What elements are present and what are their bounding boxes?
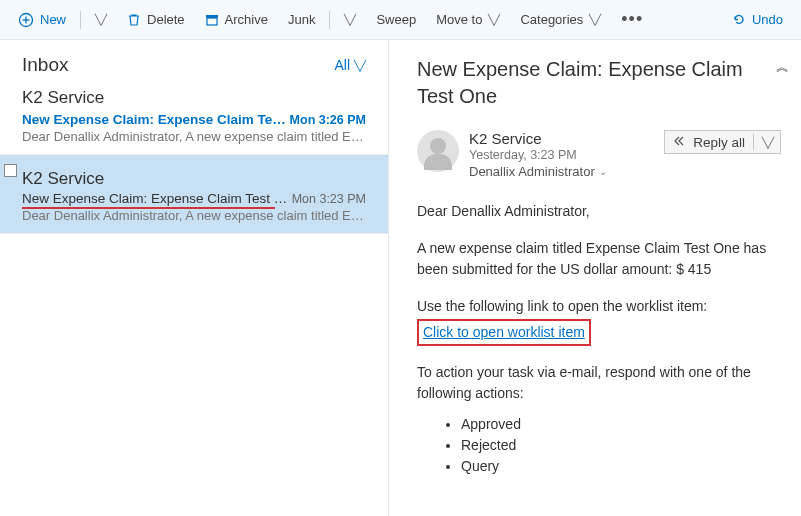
more-actions-button[interactable]: ••• bbox=[613, 5, 651, 34]
reply-all-button[interactable]: Reply all ╲╱ bbox=[664, 130, 781, 154]
delete-label: Delete bbox=[147, 12, 185, 27]
message-group: K2 Service New Expense Claim: Expense Cl… bbox=[0, 82, 388, 155]
move-to-button[interactable]: Move to ╲╱ bbox=[428, 8, 508, 31]
body-greeting: Dear Denallix Administrator, bbox=[417, 201, 781, 222]
recipient-name: Denallix Administrator bbox=[469, 164, 595, 179]
body-paragraph: To action your task via e-mail, respond … bbox=[417, 362, 781, 404]
trash-icon bbox=[127, 13, 141, 27]
undo-button[interactable]: Undo bbox=[723, 8, 791, 31]
select-checkbox[interactable] bbox=[4, 164, 17, 177]
message-preview: Dear Denallix Administrator, A new expen… bbox=[22, 129, 366, 144]
sender-name: K2 Service bbox=[469, 130, 654, 147]
sender-row: K2 Service Yesterday, 3:23 PM Denallix A… bbox=[417, 130, 781, 179]
separator bbox=[753, 134, 754, 150]
sweep-label: Sweep bbox=[376, 12, 416, 27]
plus-circle-icon bbox=[18, 12, 34, 28]
avatar bbox=[417, 130, 459, 172]
move-to-label: Move to bbox=[436, 12, 482, 27]
collapse-icon[interactable]: ︽ bbox=[776, 58, 789, 76]
toolbar: New ╲╱ Delete Archive Junk ╲╱ Sweep Move… bbox=[0, 0, 801, 40]
highlight-underline bbox=[22, 207, 275, 209]
body-paragraph: Use the following link to open the workl… bbox=[417, 296, 781, 317]
filter-label: All bbox=[334, 57, 350, 73]
action-item: Query bbox=[461, 456, 781, 477]
message-item[interactable]: New Expense Claim: Expense Claim Test Tw… bbox=[0, 108, 388, 155]
undo-icon bbox=[731, 12, 746, 27]
new-dropdown[interactable]: ╲╱ bbox=[87, 10, 115, 29]
message-preview: Dear Denallix Administrator, A new expen… bbox=[22, 208, 366, 223]
message-list-pane: Inbox All ╲╱ K2 Service New Expense Clai… bbox=[0, 40, 389, 516]
message-subject: New Expense Claim: Expense Claim Test Tw… bbox=[22, 112, 290, 127]
categories-button[interactable]: Categories ╲╱ bbox=[512, 8, 609, 31]
chevron-down-icon: ╲╱ bbox=[95, 14, 107, 25]
actions-list: Approved Rejected Query bbox=[417, 414, 781, 477]
svg-rect-4 bbox=[207, 18, 217, 25]
archive-label: Archive bbox=[225, 12, 268, 27]
reply-all-icon bbox=[673, 135, 687, 150]
sweep-button[interactable]: Sweep bbox=[368, 8, 424, 31]
ellipsis-icon: ••• bbox=[621, 9, 643, 30]
action-item: Approved bbox=[461, 414, 781, 435]
new-label: New bbox=[40, 12, 66, 27]
message-time: Mon 3:26 PM bbox=[290, 113, 366, 127]
message-time: Mon 3:23 PM bbox=[292, 192, 366, 206]
folder-title: Inbox bbox=[22, 54, 68, 76]
new-button[interactable]: New bbox=[10, 8, 74, 32]
body-paragraph: A new expense claim titled Expense Claim… bbox=[417, 238, 781, 280]
archive-button[interactable]: Archive bbox=[197, 8, 276, 31]
message-group: K2 Service New Expense Claim: Expense Cl… bbox=[0, 155, 388, 234]
categories-label: Categories bbox=[520, 12, 583, 27]
sender-meta: K2 Service Yesterday, 3:23 PM Denallix A… bbox=[469, 130, 654, 179]
message-subject: New Expense Claim: Expense Claim Test On… bbox=[22, 191, 292, 206]
chevron-down-icon[interactable]: ╲╱ bbox=[762, 137, 774, 148]
sent-date: Yesterday, 3:23 PM bbox=[469, 148, 654, 162]
chevron-down-icon: ╲╱ bbox=[589, 14, 601, 25]
filter-dropdown[interactable]: All ╲╱ bbox=[334, 57, 366, 73]
delete-button[interactable]: Delete bbox=[119, 8, 193, 31]
archive-icon bbox=[205, 13, 219, 27]
list-header: Inbox All ╲╱ bbox=[0, 40, 388, 82]
junk-button[interactable]: Junk bbox=[280, 8, 323, 31]
message-from: K2 Service bbox=[22, 163, 366, 189]
main-split: Inbox All ╲╱ K2 Service New Expense Clai… bbox=[0, 40, 801, 516]
highlighted-link-box: Click to open worklist item bbox=[417, 319, 591, 346]
chevron-down-icon: ╲╱ bbox=[488, 14, 500, 25]
junk-label: Junk bbox=[288, 12, 315, 27]
reading-pane: ︽ New Expense Claim: Expense Claim Test … bbox=[389, 40, 801, 516]
email-body: Dear Denallix Administrator, A new expen… bbox=[417, 201, 781, 477]
recipient: Denallix Administrator ⌄ bbox=[469, 164, 654, 179]
chevron-down-icon: ╲╱ bbox=[344, 14, 356, 25]
separator bbox=[329, 11, 330, 29]
action-item: Rejected bbox=[461, 435, 781, 456]
email-subject: New Expense Claim: Expense Claim Test On… bbox=[417, 56, 781, 110]
chevron-down-icon: ╲╱ bbox=[354, 60, 366, 71]
message-from: K2 Service bbox=[0, 82, 388, 108]
expand-recipients-icon[interactable]: ⌄ bbox=[599, 166, 607, 177]
undo-label: Undo bbox=[752, 12, 783, 27]
separator bbox=[80, 11, 81, 29]
message-item[interactable]: K2 Service New Expense Claim: Expense Cl… bbox=[0, 155, 388, 234]
junk-dropdown[interactable]: ╲╱ bbox=[336, 10, 364, 29]
worklist-link[interactable]: Click to open worklist item bbox=[423, 324, 585, 340]
reply-all-label: Reply all bbox=[693, 135, 745, 150]
